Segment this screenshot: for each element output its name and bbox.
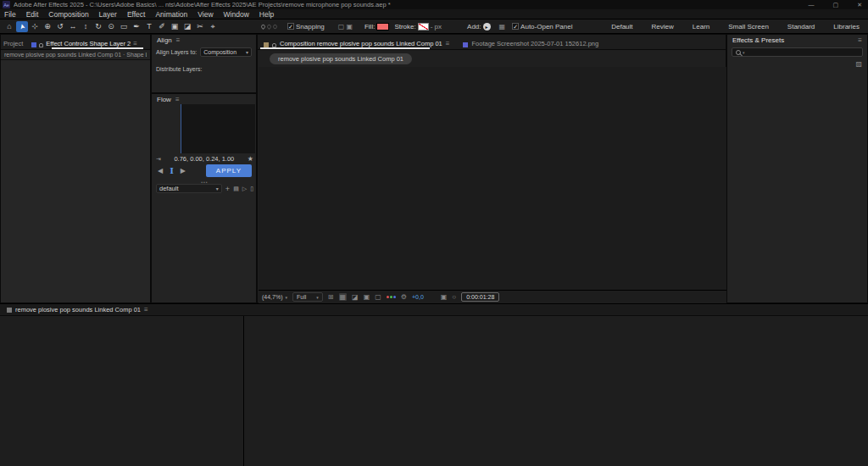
menu-layer[interactable]: Layer bbox=[99, 10, 117, 19]
mask-visibility-icon[interactable]: ◪ bbox=[352, 293, 359, 301]
flow-prev-button[interactable]: ◀ bbox=[158, 167, 163, 175]
zoom-tool[interactable]: ⊕ bbox=[42, 21, 53, 32]
effect-controls-panel: Project Effect Controls Shape Layer 2 ≡ … bbox=[0, 34, 151, 303]
close-button[interactable]: ✕ bbox=[857, 2, 862, 8]
brush-tool-icon: ✐ bbox=[159, 22, 165, 31]
align-target-dropdown[interactable]: Composition ▾ bbox=[200, 47, 252, 57]
tool-strip: ⌂➤⊹⊕↺↔↕↻⊙▭✒T✐▣◪✂⌖ bbox=[3, 21, 219, 32]
fill-swatch[interactable] bbox=[376, 23, 389, 31]
puppet-pin-tool[interactable]: ⌖ bbox=[207, 21, 219, 32]
show-snapshot-icon[interactable]: ○ bbox=[452, 293, 456, 301]
menu-window[interactable]: Window bbox=[224, 10, 249, 19]
workspace-learn[interactable]: Learn bbox=[693, 23, 709, 31]
resolution-dropdown[interactable]: Full▾ bbox=[292, 292, 323, 302]
panel-menu-icon[interactable]: ≡ bbox=[133, 40, 137, 47]
type-tool[interactable]: T bbox=[143, 21, 155, 32]
menu-animation[interactable]: Animation bbox=[155, 10, 187, 19]
composition-viewer: Composition remove plosive pop sounds Li… bbox=[257, 34, 726, 303]
selection-tool[interactable]: ➤ bbox=[16, 21, 28, 32]
eraser-tool[interactable]: ◪ bbox=[181, 21, 193, 32]
stroke-width-value[interactable]: - px bbox=[431, 23, 442, 31]
timeline-menu-icon[interactable]: ≡ bbox=[144, 306, 148, 313]
hand-tool[interactable]: ⊹ bbox=[29, 21, 41, 32]
pin-icon-1[interactable] bbox=[260, 23, 266, 29]
flow-export-icon[interactable]: ▷ bbox=[242, 186, 247, 192]
transparency-grid-icon[interactable]: ▢ bbox=[375, 293, 381, 301]
maximize-button[interactable]: ▢ bbox=[833, 2, 839, 8]
titlebar: Ae Adobe After Effects 2025 - C:\Users\A… bbox=[0, 0, 868, 9]
grid-options-icon[interactable]: ▦ bbox=[499, 23, 506, 31]
workspace-default[interactable]: Default bbox=[611, 23, 632, 31]
effects-presets-panel: Effects & Presets ≡ ▾ ▨ bbox=[726, 34, 868, 303]
roto-brush-tool-icon: ✂ bbox=[197, 22, 203, 31]
auto-open-checkbox[interactable]: ✓ bbox=[512, 23, 519, 30]
viewer-timecode[interactable]: 0:00:01:28 bbox=[461, 292, 499, 302]
flow-star-icon[interactable]: ★ bbox=[248, 155, 253, 163]
snapping-checkbox[interactable]: ✓ bbox=[287, 23, 294, 30]
tab-footage[interactable]: Footage Screenshot 2025-07-01 152612.png bbox=[471, 40, 598, 47]
tab-project[interactable]: Project bbox=[3, 40, 23, 47]
dolly-camera-tool-icon: ↕ bbox=[84, 22, 88, 31]
grid-guides-icon[interactable]: ▦ bbox=[339, 293, 348, 301]
flow-apply-button[interactable]: APPLY bbox=[206, 164, 252, 177]
menu-effect[interactable]: Effect bbox=[127, 10, 146, 19]
workspace-libraries[interactable]: Libraries bbox=[833, 23, 860, 31]
flow-preset-dropdown[interactable]: default ▾ bbox=[156, 184, 222, 193]
mask-feather-tool[interactable]: ⊙ bbox=[105, 21, 117, 32]
clone-stamp-tool[interactable]: ▣ bbox=[169, 21, 181, 32]
home-tool[interactable]: ⌂ bbox=[3, 21, 15, 32]
timeline-track-area[interactable] bbox=[243, 316, 863, 466]
flow-next-button[interactable]: ▶ bbox=[181, 167, 186, 175]
flow-hourglass-icon[interactable]: I bbox=[170, 166, 174, 175]
pan-camera-tool[interactable]: ↔ bbox=[67, 21, 79, 32]
menubar: FileEditCompositionLayerEffectAnimationV… bbox=[0, 9, 868, 19]
menu-edit[interactable]: Edit bbox=[26, 10, 39, 19]
workspace-small-screen[interactable]: Small Screen bbox=[728, 23, 769, 31]
roi-icon[interactable]: ⊞ bbox=[328, 293, 334, 301]
zoom-dropdown[interactable]: (44,7%)▾ bbox=[262, 294, 287, 300]
tab-composition[interactable]: Composition remove plosive pop sounds Li… bbox=[280, 40, 442, 47]
menu-composition[interactable]: Composition bbox=[48, 10, 88, 19]
channel-icon[interactable] bbox=[387, 296, 396, 298]
brush-tool[interactable]: ✐ bbox=[156, 21, 168, 32]
effects-menu-icon[interactable]: ≡ bbox=[858, 36, 862, 44]
flow-menu-icon[interactable]: ≡ bbox=[175, 96, 180, 103]
workspace-standard[interactable]: Standard bbox=[787, 23, 815, 31]
tab-effect-controls[interactable]: Effect Controls Shape Layer 2 bbox=[46, 40, 131, 47]
flow-curve-editor[interactable] bbox=[181, 104, 255, 153]
workspace-review[interactable]: Review bbox=[652, 23, 674, 31]
lasso-icon[interactable] bbox=[272, 23, 278, 29]
flow-add-preset-icon[interactable]: + bbox=[225, 185, 230, 193]
new-preset-icon[interactable]: ▨ bbox=[855, 60, 862, 68]
dolly-camera-tool[interactable]: ↕ bbox=[80, 21, 92, 32]
pin-icon-2[interactable] bbox=[266, 23, 272, 29]
exposure-gear-icon[interactable]: ⚙ bbox=[401, 293, 407, 301]
shrink-icon[interactable]: ▢ bbox=[338, 23, 345, 31]
pen-tool[interactable]: ✒ bbox=[131, 21, 142, 32]
roto-brush-tool[interactable]: ✂ bbox=[194, 21, 206, 32]
add-play-icon[interactable]: ▸ bbox=[483, 23, 491, 31]
flow-delete-icon[interactable]: ▯ bbox=[250, 186, 253, 192]
menu-help[interactable]: Help bbox=[259, 10, 274, 19]
flow-save-preset-icon[interactable]: ▤ bbox=[233, 186, 239, 192]
menu-file[interactable]: File bbox=[4, 10, 16, 19]
comp-viewport[interactable] bbox=[259, 67, 726, 290]
exposure-value[interactable]: +0,0 bbox=[412, 294, 424, 300]
frame-region-icon[interactable]: ▣ bbox=[364, 293, 370, 301]
orbit-camera-tool[interactable]: ↺ bbox=[54, 21, 66, 32]
viewer-menu-icon[interactable]: ≡ bbox=[446, 40, 450, 47]
menu-view[interactable]: View bbox=[198, 10, 213, 19]
flow-in-icon: ⇥ bbox=[156, 156, 161, 163]
comp-breadcrumb-button[interactable]: remove plosive pop sounds Linked Comp 01 bbox=[270, 53, 412, 64]
snapshot-camera-icon[interactable]: ▣ bbox=[441, 293, 448, 301]
search-icon bbox=[736, 50, 741, 55]
stroke-swatch[interactable] bbox=[418, 23, 429, 31]
effects-search-input[interactable]: ▾ bbox=[732, 47, 863, 57]
rotation-tool[interactable]: ↻ bbox=[92, 21, 104, 32]
clone-stamp-tool-icon: ▣ bbox=[171, 22, 179, 31]
expand-icon[interactable]: ▣ bbox=[346, 23, 353, 31]
timeline-tab[interactable]: remove plosive pop sounds Linked Comp 01 bbox=[15, 306, 141, 313]
minimize-button[interactable]: — bbox=[809, 2, 815, 8]
rectangle-tool[interactable]: ▭ bbox=[118, 21, 130, 32]
align-menu-icon[interactable]: ≡ bbox=[176, 36, 181, 44]
